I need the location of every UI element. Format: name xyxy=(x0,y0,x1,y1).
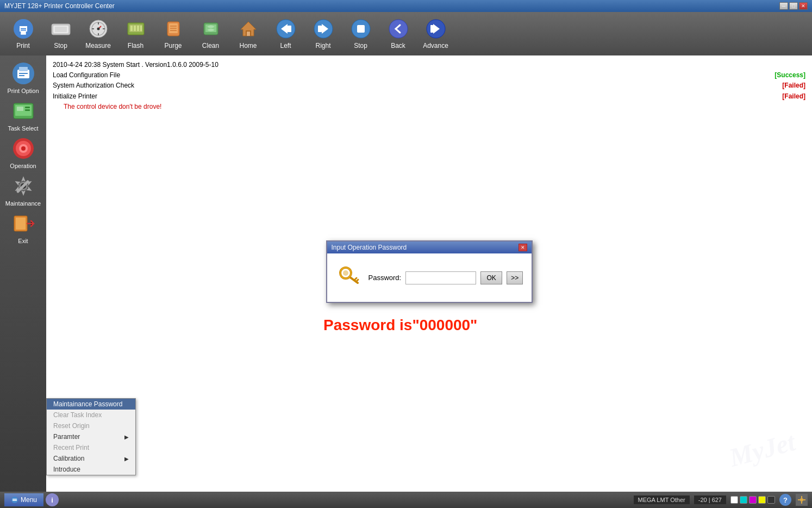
svg-rect-70 xyxy=(801,501,802,504)
settings-icon xyxy=(797,495,806,504)
menu-item-label-calibration: Calibration xyxy=(53,455,84,462)
menu-label: Menu xyxy=(21,496,37,504)
svg-rect-37 xyxy=(357,25,365,33)
sidebar-item-print-option[interactable]: Print Option xyxy=(2,60,45,95)
sidebar-item-operation[interactable]: Operation xyxy=(2,135,45,170)
operation-icon xyxy=(11,137,35,160)
context-menu-paramter[interactable]: Paramter ▶ xyxy=(47,431,135,442)
password-label: Password: xyxy=(368,274,402,282)
password-input[interactable] xyxy=(405,271,476,284)
svg-rect-16 xyxy=(130,26,133,31)
context-menu-calibration[interactable]: Calibration ▶ xyxy=(47,453,135,464)
svg-line-62 xyxy=(354,278,357,280)
purge-button[interactable]: Purge xyxy=(155,14,191,53)
ink-cyan xyxy=(740,496,747,504)
app-title: MYJET 128+ Printer Controller Center xyxy=(4,2,115,10)
purge-label: Purge xyxy=(164,42,182,49)
menu-item-label-maintainance-password: Maintainance Password xyxy=(53,400,122,408)
advance-label: Advance xyxy=(423,42,448,49)
menu-item-label-recent-print: Recent Print xyxy=(53,444,89,451)
stop-button[interactable]: Stop xyxy=(43,14,78,53)
menu-button[interactable]: Menu xyxy=(4,493,43,506)
dialog-overlay: Input Operation Password ✕ xyxy=(46,55,812,492)
settings-button[interactable] xyxy=(796,494,808,506)
calibration-submenu-arrow: ▶ xyxy=(124,456,129,462)
svg-rect-35 xyxy=(318,26,322,32)
svg-rect-19 xyxy=(140,26,142,31)
dialog-next-button[interactable]: >> xyxy=(507,271,523,284)
flash-button[interactable]: Flash xyxy=(118,14,153,53)
sidebar-label-operation: Operation xyxy=(10,163,36,169)
dialog-fields: Password: OK >> xyxy=(368,271,523,284)
ink-magenta xyxy=(749,496,757,504)
print-button[interactable]: Print xyxy=(5,14,41,53)
info-icon: i xyxy=(51,496,53,504)
context-menu-maintainance-password[interactable]: Maintainance Password xyxy=(47,399,135,410)
measure-icon xyxy=(88,18,109,40)
context-menu: Maintainance Password Clear Task Index R… xyxy=(46,398,136,475)
home-button[interactable]: Home xyxy=(230,14,266,53)
flash-icon xyxy=(125,18,147,40)
advance-button[interactable]: Advance xyxy=(418,14,453,53)
purge-icon xyxy=(163,18,184,40)
context-menu-introduce[interactable]: Introduce xyxy=(47,464,135,475)
ink-yellow xyxy=(758,496,766,504)
status-segment-main: MEGA LMT Other xyxy=(634,495,690,504)
right-icon xyxy=(313,18,334,40)
sidebar-label-maintainance: Maintainance xyxy=(5,200,41,207)
svg-rect-5 xyxy=(55,27,67,32)
svg-point-13 xyxy=(97,28,99,30)
maximize-button[interactable]: □ xyxy=(789,2,798,10)
sidebar-item-exit[interactable]: Exit xyxy=(2,210,45,245)
info-button[interactable]: i xyxy=(46,493,59,506)
svg-point-38 xyxy=(389,20,408,38)
status-coords: -20 | 627 xyxy=(698,497,722,503)
advance-icon xyxy=(425,18,447,40)
close-button[interactable]: ✕ xyxy=(799,2,808,10)
help-button[interactable]: ? xyxy=(779,494,791,506)
main-layout: Print Option Task Select xyxy=(0,55,812,492)
back-button[interactable]: Back xyxy=(380,14,416,53)
minimize-button[interactable]: ─ xyxy=(779,2,788,10)
stop2-button[interactable]: Stop xyxy=(343,14,378,53)
print-option-icon xyxy=(11,61,35,85)
dialog-ok-button[interactable]: OK xyxy=(480,271,502,284)
sidebar-item-task-select[interactable]: Task Select xyxy=(2,97,45,133)
svg-rect-2 xyxy=(21,30,26,31)
status-left: Menu i xyxy=(4,493,59,506)
svg-rect-17 xyxy=(134,26,136,31)
home-label: Home xyxy=(239,42,257,49)
svg-rect-58 xyxy=(16,218,26,230)
clean-button[interactable]: Clean xyxy=(193,14,228,53)
context-menu-reset-origin: Reset Origin xyxy=(47,420,135,431)
sidebar-label-exit: Exit xyxy=(18,238,28,244)
status-right: MEGA LMT Other -20 | 627 ? xyxy=(634,494,808,506)
svg-point-60 xyxy=(343,270,348,276)
sidebar-item-maintainance[interactable]: Maintainance xyxy=(2,172,45,208)
sidebar: Print Option Task Select xyxy=(0,55,46,492)
back-icon xyxy=(388,18,409,40)
dialog-title: Input Operation Password xyxy=(332,244,407,251)
ink-white xyxy=(730,496,738,504)
title-bar: MYJET 128+ Printer Controller Center ─ □… xyxy=(0,0,812,12)
left-button[interactable]: Left xyxy=(268,14,303,53)
svg-line-63 xyxy=(356,280,358,282)
stop-label: Stop xyxy=(54,42,67,49)
window-controls: ─ □ ✕ xyxy=(779,2,808,10)
measure-button[interactable]: Measure xyxy=(80,14,116,53)
status-main-text: MEGA LMT xyxy=(638,497,669,503)
svg-point-65 xyxy=(11,497,18,503)
svg-rect-69 xyxy=(801,496,802,498)
right-label: Right xyxy=(315,42,330,49)
svg-rect-47 xyxy=(17,107,23,111)
svg-rect-18 xyxy=(137,26,139,31)
status-bar: Menu i MEGA LMT Other -20 | 627 ? xyxy=(0,492,812,508)
clean-label: Clean xyxy=(202,42,219,49)
context-menu-recent-print: Recent Print xyxy=(47,442,135,453)
svg-rect-48 xyxy=(25,107,30,108)
maintainance-icon xyxy=(11,174,35,198)
right-button[interactable]: Right xyxy=(305,14,341,53)
dialog-close-button[interactable]: ✕ xyxy=(519,244,527,251)
svg-rect-49 xyxy=(25,109,30,111)
paramter-submenu-arrow: ▶ xyxy=(124,434,129,440)
